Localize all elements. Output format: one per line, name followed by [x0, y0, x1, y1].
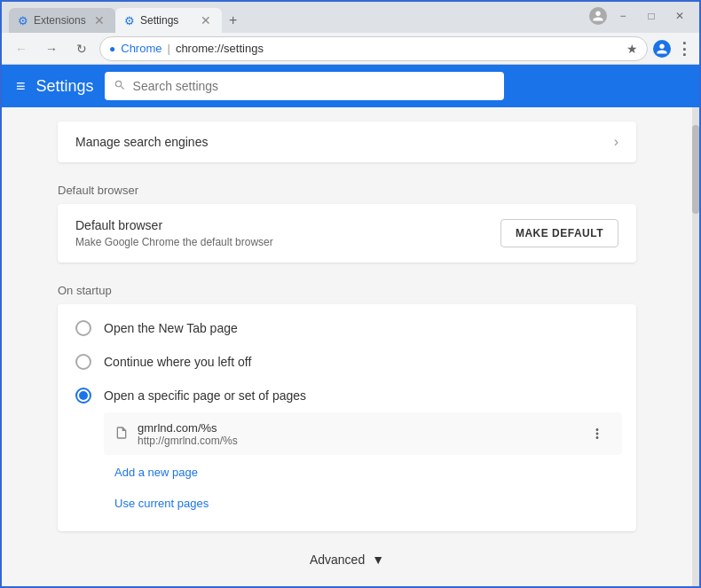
startup-option-continue[interactable]: Continue where you left off — [58, 345, 636, 379]
new-tab-button[interactable]: + — [222, 8, 244, 33]
default-browser-card-title: Default browser — [75, 218, 273, 232]
settings-tab-icon: ⚙ — [124, 14, 135, 27]
extensions-tab-label: Extensions — [34, 14, 86, 27]
scrollable-content: Manage search engines › Default browser … — [2, 107, 692, 586]
on-startup-card: Open the New Tab page Continue where you… — [58, 304, 636, 531]
radio-continue-label: Continue where you left off — [104, 355, 251, 369]
radio-specific[interactable] — [75, 388, 91, 404]
add-new-page-link[interactable]: Add a new page — [104, 459, 622, 486]
reload-button[interactable]: ↻ — [69, 36, 94, 61]
startup-option-specific[interactable]: Open a specific page or set of pages — [58, 379, 636, 412]
url-text: chrome://settings — [176, 42, 621, 55]
advanced-label: Advanced — [310, 553, 365, 567]
address-bar: ← → ↻ ● Chrome | chrome://settings ★ ⋮ — [2, 33, 699, 65]
page-entry-menu-button[interactable] — [583, 419, 611, 448]
settings-tab-close[interactable]: ✕ — [199, 13, 213, 27]
page-entry-title: gmrlnd.com/%s — [138, 421, 574, 435]
chrome-menu-button[interactable]: ⋮ — [676, 39, 692, 59]
back-button[interactable]: ← — [9, 36, 34, 61]
forward-button[interactable]: → — [39, 36, 64, 61]
extensions-tab-close[interactable]: ✕ — [92, 13, 106, 27]
radio-specific-label: Open a specific page or set of pages — [104, 388, 306, 403]
default-browser-section-title: Default browser — [58, 169, 636, 204]
extensions-tab-icon: ⚙ — [18, 14, 28, 27]
advanced-arrow-icon: ▼ — [372, 553, 384, 567]
chevron-right-icon: › — [614, 134, 618, 150]
url-separator: | — [168, 42, 170, 55]
search-settings-input[interactable] — [133, 79, 495, 93]
default-browser-card: Default browser Make Google Chrome the d… — [58, 204, 636, 263]
tab-settings[interactable]: ⚙ Settings ✕ — [115, 8, 222, 33]
browser-frame: ⚙ Extensions ✕ ⚙ Settings ✕ + − □ ✕ — [0, 0, 701, 588]
manage-search-engines-card: Manage search engines › — [58, 122, 636, 162]
radio-continue[interactable] — [75, 354, 91, 370]
startup-option-new-tab[interactable]: Open the New Tab page — [58, 311, 636, 345]
minimize-button[interactable]: − — [610, 4, 635, 28]
sidebar-toggle-button[interactable]: ≡ — [16, 77, 26, 96]
search-settings-box[interactable] — [105, 72, 504, 100]
profile-icon[interactable] — [653, 40, 671, 58]
secure-icon: ● — [109, 43, 115, 55]
radio-new-tab-label: Open the New Tab page — [104, 321, 238, 335]
settings-page-title: Settings — [36, 77, 94, 96]
manage-search-engines-item[interactable]: Manage search engines › — [58, 122, 636, 162]
bookmark-icon[interactable]: ★ — [626, 42, 638, 56]
tab-extensions[interactable]: ⚙ Extensions ✕ — [9, 8, 115, 33]
page-entry: gmrlnd.com/%s http://gmrlnd.com/%s — [104, 412, 622, 455]
default-browser-info: Default browser Make Google Chrome the d… — [75, 218, 273, 248]
make-default-button[interactable]: MAKE DEFAULT — [500, 219, 618, 247]
scrollbar-thumb[interactable] — [692, 125, 699, 214]
chrome-label: Chrome — [121, 42, 161, 55]
title-bar: ⚙ Extensions ✕ ⚙ Settings ✕ + − □ ✕ — [2, 2, 699, 33]
manage-search-engines-label: Manage search engines — [75, 135, 208, 149]
search-icon — [114, 79, 126, 94]
account-icon — [589, 7, 607, 25]
radio-new-tab[interactable] — [75, 320, 91, 336]
specific-pages-area: gmrlnd.com/%s http://gmrlnd.com/%s Add a… — [104, 412, 622, 517]
window-controls: − □ ✕ — [589, 4, 692, 32]
advanced-section[interactable]: Advanced ▼ — [58, 538, 636, 581]
page-entry-info: gmrlnd.com/%s http://gmrlnd.com/%s — [138, 421, 574, 447]
on-startup-section-title: On startup — [58, 270, 636, 304]
page-entry-url: http://gmrlnd.com/%s — [138, 435, 574, 447]
use-current-pages-link[interactable]: Use current pages — [104, 490, 622, 517]
settings-header: ≡ Settings — [2, 65, 699, 107]
close-button[interactable]: ✕ — [667, 4, 692, 28]
url-bar[interactable]: ● Chrome | chrome://settings ★ — [99, 36, 648, 61]
tabs-area: ⚙ Extensions ✕ ⚙ Settings ✕ + — [9, 2, 586, 33]
settings-tab-label: Settings — [140, 14, 178, 27]
scrollbar-track[interactable] — [692, 107, 699, 586]
page-entry-file-icon — [114, 426, 129, 443]
page-wrapper: Manage search engines › Default browser … — [2, 107, 699, 586]
default-browser-card-subtitle: Make Google Chrome the default browser — [75, 236, 273, 248]
content-area: Manage search engines › Default browser … — [36, 107, 658, 586]
maximize-button[interactable]: □ — [639, 4, 664, 28]
